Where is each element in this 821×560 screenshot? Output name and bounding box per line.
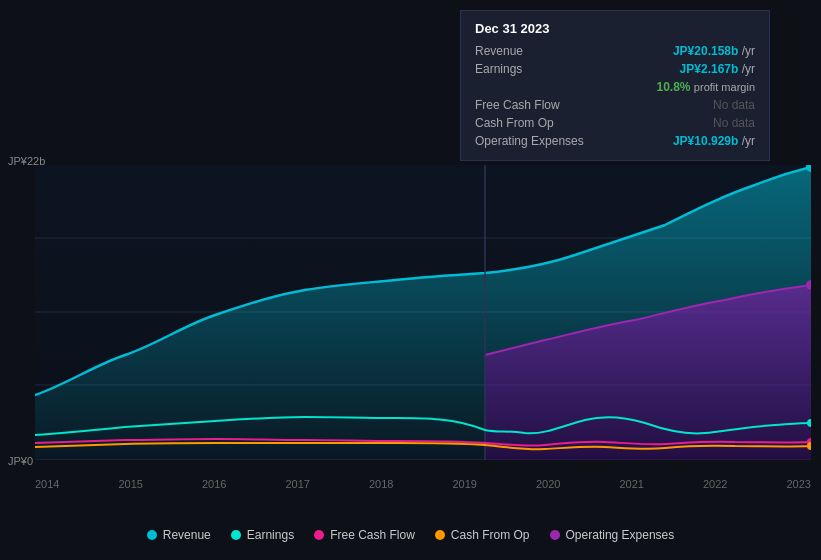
legend-cfo[interactable]: Cash From Op bbox=[435, 528, 530, 542]
tooltip-profit-label bbox=[475, 80, 605, 94]
tooltip-opex: Operating Expenses JP¥10.929b /yr bbox=[475, 132, 755, 150]
legend-earnings-dot bbox=[231, 530, 241, 540]
legend: Revenue Earnings Free Cash Flow Cash Fro… bbox=[0, 528, 821, 542]
tooltip-fcf-value: No data bbox=[713, 98, 755, 112]
legend-revenue-label: Revenue bbox=[163, 528, 211, 542]
tooltip-box: Dec 31 2023 Revenue JP¥20.158b /yr Earni… bbox=[460, 10, 770, 161]
legend-earnings-label: Earnings bbox=[247, 528, 294, 542]
x-axis: 2014 2015 2016 2017 2018 2019 2020 2021 … bbox=[35, 478, 811, 490]
tooltip-cfo-value: No data bbox=[713, 116, 755, 130]
tooltip-profit-value: 10.8% profit margin bbox=[656, 80, 755, 94]
tooltip-revenue: Revenue JP¥20.158b /yr bbox=[475, 42, 755, 60]
legend-fcf[interactable]: Free Cash Flow bbox=[314, 528, 415, 542]
legend-cfo-label: Cash From Op bbox=[451, 528, 530, 542]
y-axis-bottom-label: JP¥0 bbox=[8, 455, 33, 467]
chart-svg bbox=[35, 165, 811, 460]
legend-fcf-dot bbox=[314, 530, 324, 540]
legend-opex[interactable]: Operating Expenses bbox=[550, 528, 675, 542]
tooltip-earnings-label: Earnings bbox=[475, 62, 605, 76]
tooltip-fcf-label: Free Cash Flow bbox=[475, 98, 605, 112]
legend-opex-dot bbox=[550, 530, 560, 540]
legend-revenue-dot bbox=[147, 530, 157, 540]
x-label-2016: 2016 bbox=[202, 478, 226, 490]
tooltip-revenue-label: Revenue bbox=[475, 44, 605, 58]
x-label-2017: 2017 bbox=[286, 478, 310, 490]
x-label-2018: 2018 bbox=[369, 478, 393, 490]
tooltip-earnings: Earnings JP¥2.167b /yr bbox=[475, 60, 755, 78]
legend-earnings[interactable]: Earnings bbox=[231, 528, 294, 542]
tooltip-profit-margin: 10.8% profit margin bbox=[475, 78, 755, 96]
legend-revenue[interactable]: Revenue bbox=[147, 528, 211, 542]
tooltip-cfo: Cash From Op No data bbox=[475, 114, 755, 132]
legend-cfo-dot bbox=[435, 530, 445, 540]
tooltip-date: Dec 31 2023 bbox=[475, 21, 755, 36]
x-label-2022: 2022 bbox=[703, 478, 727, 490]
x-label-2015: 2015 bbox=[119, 478, 143, 490]
tooltip-cfo-label: Cash From Op bbox=[475, 116, 605, 130]
x-label-2023: 2023 bbox=[787, 478, 811, 490]
tooltip-opex-value: JP¥10.929b /yr bbox=[673, 134, 755, 148]
x-label-2020: 2020 bbox=[536, 478, 560, 490]
legend-opex-label: Operating Expenses bbox=[566, 528, 675, 542]
tooltip-fcf: Free Cash Flow No data bbox=[475, 96, 755, 114]
x-label-2019: 2019 bbox=[453, 478, 477, 490]
chart-container: Dec 31 2023 Revenue JP¥20.158b /yr Earni… bbox=[0, 0, 821, 560]
tooltip-opex-label: Operating Expenses bbox=[475, 134, 605, 148]
legend-fcf-label: Free Cash Flow bbox=[330, 528, 415, 542]
x-label-2014: 2014 bbox=[35, 478, 59, 490]
tooltip-revenue-value: JP¥20.158b /yr bbox=[673, 44, 755, 58]
tooltip-earnings-value: JP¥2.167b /yr bbox=[680, 62, 755, 76]
x-label-2021: 2021 bbox=[620, 478, 644, 490]
